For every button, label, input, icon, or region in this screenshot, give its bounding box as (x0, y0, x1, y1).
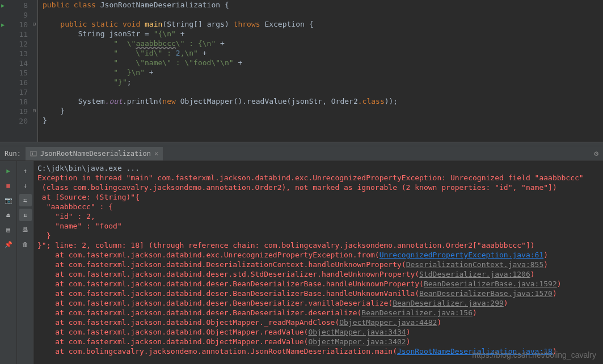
rerun-button[interactable]: ▶ (2, 164, 15, 177)
stack-line: at com.fasterxml.jackson.databind.exc.Un… (37, 250, 600, 260)
run-tab-label: JsonRootNameDeserialization (40, 150, 151, 158)
line-number: 11 (19, 30, 28, 39)
run-toolwindow-header: Run: JsonRootNameDeserialization × ⚙ (0, 146, 603, 161)
line-number: 20 (19, 117, 28, 125)
run-label: Run: (0, 150, 26, 158)
stack-line: at com.fasterxml.jackson.databind.deser.… (37, 308, 600, 318)
close-icon[interactable]: × (154, 150, 158, 158)
source-link[interactable]: ObjectMapper.java:4482 (339, 318, 437, 327)
trash-icon[interactable]: 🗑 (19, 238, 32, 251)
line-number: 9 (23, 11, 28, 19)
console-line: C:\jdk\bin\java.exe ... (37, 163, 600, 173)
stack-line: at com.fasterxml.jackson.databind.deser.… (37, 269, 600, 279)
run-tab[interactable]: JsonRootNameDeserialization × (26, 147, 163, 160)
stack-line: at com.fasterxml.jackson.databind.Deseri… (37, 260, 600, 269)
stack-line: at com.fasterxml.jackson.databind.deser.… (37, 289, 600, 298)
source-link[interactable]: BeanDeserializer.java:299 (393, 299, 504, 307)
source-link[interactable]: ObjectMapper.java:3434 (308, 328, 406, 336)
stack-line: at com.fasterxml.jackson.databind.deser.… (37, 298, 600, 308)
code-editor[interactable]: ▶8 9 ▶10 11 12 13 14 15 16 17 18 19 20 ⊟… (0, 0, 603, 142)
gear-icon[interactable]: ⚙ (594, 149, 598, 158)
console-line: Exception in thread "main" com.fasterxml… (37, 173, 600, 183)
line-number: 13 (19, 49, 28, 58)
camera-icon[interactable]: 📷 (2, 194, 15, 206)
run-tab-icon (30, 150, 37, 157)
console-line: (class com.bolingcavalry.jacksondemo.ann… (37, 183, 600, 192)
source-link[interactable]: BeanDeserializer.java:156 (361, 308, 473, 317)
line-number: 8 (23, 1, 28, 10)
watermark-text: https://blog.csdn.net/boling_cavalry (472, 350, 596, 359)
code-content[interactable]: public class JsonRootNameDeserialization… (38, 0, 603, 142)
line-number: 14 (19, 59, 28, 67)
down-icon[interactable]: ↓ (19, 179, 32, 192)
line-number: 19 (19, 107, 28, 116)
console-line: at [Source: (String)"{ (37, 192, 600, 202)
pin-icon[interactable]: 📌 (2, 238, 15, 251)
source-link[interactable]: BeanDeserializerBase.java:1592 (424, 280, 557, 288)
line-number: 12 (19, 40, 28, 48)
console-line: "name" : "food" (37, 221, 600, 231)
console-line: } (37, 231, 600, 240)
panel-divider[interactable] (0, 142, 603, 146)
console-line: "id" : 2, (37, 211, 600, 221)
up-icon[interactable]: ↑ (19, 164, 32, 177)
run-gutter-icon[interactable]: ▶ (1, 1, 5, 10)
line-number: 15 (19, 69, 28, 77)
wrap-icon[interactable]: ⇆ (19, 194, 32, 206)
fold-column: ⊟ ⊟ (31, 0, 38, 142)
stack-line: at com.fasterxml.jackson.databind.Object… (37, 327, 600, 337)
fold-marker[interactable]: ⊟ (31, 19, 37, 29)
fold-marker[interactable]: ⊟ (31, 106, 37, 116)
exit-icon[interactable]: ⏏ (2, 209, 15, 221)
line-number: 17 (19, 88, 28, 96)
line-number: 10 (19, 20, 28, 29)
line-gutter: ▶8 9 ▶10 11 12 13 14 15 16 17 18 19 20 (0, 0, 31, 142)
svg-rect-1 (32, 153, 33, 155)
source-link[interactable]: ObjectMapper.java:3402 (308, 337, 406, 346)
line-number: 16 (19, 78, 28, 87)
console-line: }"; line: 2, column: 18] (through refere… (37, 240, 600, 250)
source-link[interactable]: StdDeserializer.java:1206 (419, 270, 530, 278)
scroll-icon[interactable]: ⇊ (19, 209, 32, 221)
print-icon[interactable]: 🖶 (19, 223, 32, 236)
console-output[interactable]: C:\jdk\bin\java.exe ... Exception in thr… (34, 161, 603, 364)
run-gutter-icon[interactable]: ▶ (1, 20, 5, 29)
stack-line: at com.fasterxml.jackson.databind.deser.… (37, 279, 600, 289)
svg-rect-0 (31, 151, 36, 156)
line-number: 18 (19, 98, 28, 106)
source-link[interactable]: UnrecognizedPropertyException.java:61 (379, 251, 544, 259)
source-link[interactable]: DeserializationContext.java:855 (406, 260, 544, 269)
source-link[interactable]: BeanDeserializerBase.java:1570 (419, 289, 553, 298)
console-line: "aaabbbccc" : { (37, 202, 600, 211)
layout-icon[interactable]: ▤ (2, 223, 15, 236)
run-toolbar-primary: ▶ ■ 📷 ⏏ ▤ 📌 (0, 161, 17, 364)
run-toolbar-secondary: ↑ ↓ ⇆ ⇊ 🖶 🗑 (17, 161, 34, 364)
stack-line: at com.fasterxml.jackson.databind.Object… (37, 318, 600, 327)
stop-button[interactable]: ■ (2, 179, 15, 192)
stack-line: at com.fasterxml.jackson.databind.Object… (37, 337, 600, 346)
